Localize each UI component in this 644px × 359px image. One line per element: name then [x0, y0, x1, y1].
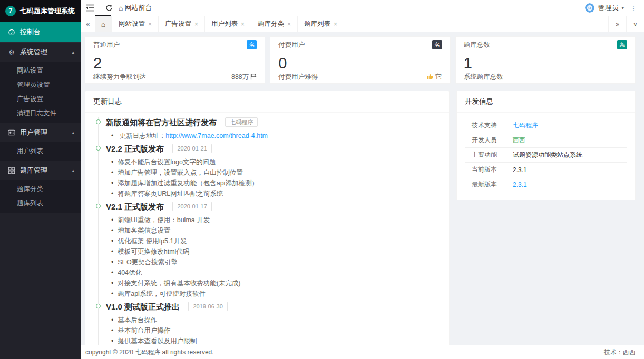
close-icon[interactable]: × [334, 21, 337, 28]
timeline-dot-icon [96, 146, 101, 151]
sidebar-item-clear-logs[interactable]: 清理日志文件 [0, 106, 81, 121]
close-icon[interactable]: × [194, 21, 198, 28]
table-row: 当前版本 2.3.1 [465, 163, 627, 177]
tab-site-settings[interactable]: 网站设置 × [112, 16, 159, 32]
status-badge: 条 [617, 40, 627, 49]
sidebar-submenu-users: 用户列表 [0, 142, 81, 161]
tech-support-link[interactable]: 七码程序 [513, 122, 538, 129]
frontend-site-link[interactable]: ⌂ 网站前台 [119, 3, 152, 13]
main-content: 普通用户 名 2 继续努力争取到达 888万 付费用户 名 0 [81, 32, 644, 345]
user-menu[interactable]: 管理员 [598, 3, 618, 13]
avatar[interactable] [585, 3, 594, 13]
home-icon: ⌂ [119, 4, 123, 12]
tab-label: 题库列表 [304, 19, 330, 28]
tabs-scroll-left-button[interactable]: « [81, 16, 95, 32]
changelog-entry-date: 2019-06-30 [188, 302, 227, 311]
stat-value: 1 [464, 55, 627, 72]
menu-fold-icon[interactable] [81, 0, 100, 16]
close-icon[interactable]: × [241, 21, 245, 28]
tab-label: 广告设置 [165, 19, 191, 28]
sidebar-submenu-question-bank: 题库分类 题库列表 [0, 180, 81, 213]
changelog-entry-tag: 七码程序 [225, 117, 258, 127]
sidebar-item-admin-settings[interactable]: 管理员设置 [0, 78, 81, 92]
tab-bank-categories[interactable]: 题库分类 × [251, 16, 298, 32]
changelog-bullet: 基本前台用户操作 [111, 325, 438, 336]
developer-link[interactable]: 西西 [513, 136, 525, 144]
tab-bank-list[interactable]: 题库列表 × [298, 16, 344, 32]
sidebar-item-user-list[interactable]: 用户列表 [0, 144, 81, 158]
changelog-bullet: 添加题库增加过滤重复功能（包含api添加检测） [111, 178, 438, 188]
stat-footer-text: 系统题库总数 [464, 73, 503, 82]
stat-card-title: 普通用户 [93, 41, 120, 49]
table-row: 技术支持 七码程序 [465, 118, 627, 133]
close-icon[interactable]: × [148, 21, 152, 28]
sidebar-group-question-bank[interactable]: 题库管理 ▴ [0, 161, 81, 180]
dev-info-label: 主要功能 [465, 148, 506, 163]
more-options-icon[interactable]: ⋮ [627, 4, 640, 12]
changelog-bullet: 前端UI重做，使用：bulma 开发 [111, 215, 438, 225]
tabs-menu-button[interactable]: ∨ [626, 16, 644, 32]
changelog-entry-title: 新版通知将在官方社区进行发布 [106, 118, 217, 127]
stat-footer-value: 它 [435, 73, 442, 82]
table-row: 开发人员 西西 [465, 133, 627, 148]
changelog-link[interactable]: http://www.7mae.com/thread-4.htm [165, 132, 268, 139]
chevron-up-icon: ▴ [72, 49, 74, 55]
changelog-bullet: 题库api系统，可便捷对接软件 [111, 288, 438, 299]
changelog-bullet: 模板可更换修改html代码 [111, 246, 438, 257]
sidebar-group-users[interactable]: 用户管理 ▴ [0, 123, 81, 142]
sidebar-item-dashboard[interactable]: 控制台 [0, 22, 81, 42]
app-logo: 7 七码题库管理系统 [0, 0, 81, 22]
tab-label: 用户列表 [211, 19, 238, 28]
sidebar-item-bank-categories[interactable]: 题库分类 [0, 182, 81, 196]
sidebar-group-system[interactable]: ⚙ 系统管理 ▴ [0, 42, 81, 62]
changelog-timeline: 新版通知将在官方社区进行发布 七码程序 更新日志地址：http://www.7m… [98, 117, 438, 345]
changelog-entry-title: V2.1 正式版发布 [106, 202, 164, 211]
stat-cards-row: 普通用户 名 2 继续努力争取到达 888万 付费用户 名 0 [85, 36, 636, 84]
top-header: ⌂ 网站前台 管理员 ▾ ⋮ [81, 0, 644, 16]
changelog-bullet-text: 更新日志地址： [120, 132, 166, 139]
changelog-bullet: 基本后台操作 [111, 315, 438, 325]
dev-info-label: 最新版本 [465, 177, 506, 192]
home-icon: ⌂ [101, 20, 105, 28]
tabs-scroll-right-button[interactable]: » [608, 16, 626, 32]
dev-info-label: 当前版本 [465, 163, 506, 177]
stat-footer-value: 888万 [231, 73, 249, 82]
changelog-panel: 更新日志 新版通知将在官方社区进行发布 七码程序 更新日志地址：http://w… [85, 91, 450, 345]
tab-ad-settings[interactable]: 广告设置 × [159, 16, 205, 32]
dev-info-value: 2.3.1 [506, 163, 627, 177]
changelog-entry: V2.2 正式版发布 2020-01-21 修复不能后台设置logo文字的问题 … [106, 143, 438, 201]
changelog-bullet: 404优化 [111, 267, 438, 278]
copyright-text: copyright © 2020 七码程序 all rights reserve… [85, 348, 214, 357]
changelog-bullet: 优化框架 使用tp5.1开发 [111, 236, 438, 246]
tab-user-list[interactable]: 用户列表 × [205, 16, 251, 32]
close-icon[interactable]: × [287, 21, 291, 28]
sidebar-item-ad-settings[interactable]: 广告设置 [0, 92, 81, 106]
stat-value: 0 [278, 55, 442, 72]
status-badge: 名 [247, 40, 257, 49]
tab-home[interactable]: ⌂ [95, 16, 112, 32]
gear-icon: ⚙ [8, 48, 15, 56]
chevron-up-icon: ▴ [72, 168, 74, 173]
sidebar-item-site-settings[interactable]: 网站设置 [0, 64, 81, 78]
changelog-bullet: 增加广告管理，设置嵌入点，自由控制位置 [111, 167, 438, 178]
sidebar-item-bank-list[interactable]: 题库列表 [0, 196, 81, 211]
refresh-icon[interactable] [100, 0, 119, 16]
timeline-dot-icon [96, 304, 101, 308]
changelog-entry-title: V2.2 正式版发布 [106, 144, 164, 153]
stat-card-title: 付费用户 [278, 41, 305, 49]
stat-card-paid-users: 付费用户 名 0 付费用户难得 它 [270, 36, 450, 84]
changelog-entry: V2.1 正式版发布 2020-01-17 前端UI重做，使用：bulma 开发… [106, 201, 438, 301]
status-badge: 名 [432, 40, 442, 49]
latest-version-link[interactable]: 2.3.1 [513, 181, 527, 188]
chevron-down-icon: ▾ [621, 5, 624, 11]
stat-card-normal-users: 普通用户 名 2 继续努力争取到达 888万 [85, 36, 265, 84]
app-logo-icon: 7 [5, 6, 16, 16]
table-row: 最新版本 2.3.1 [465, 177, 627, 192]
timeline-dot-icon [96, 119, 101, 124]
tab-bar: « ⌂ 网站设置 × 广告设置 × 用户列表 × 题库分类 × 题库列表 × »… [81, 16, 644, 32]
changelog-entry-title: V1.0 测试版正式推出 [106, 302, 180, 311]
tab-label: 题库分类 [258, 19, 284, 28]
dashboard-gauge-icon [8, 28, 15, 36]
stat-footer-text: 继续努力争取到达 [93, 73, 146, 82]
table-row: 主要功能 试题资源功能类站点系统 [465, 148, 627, 163]
